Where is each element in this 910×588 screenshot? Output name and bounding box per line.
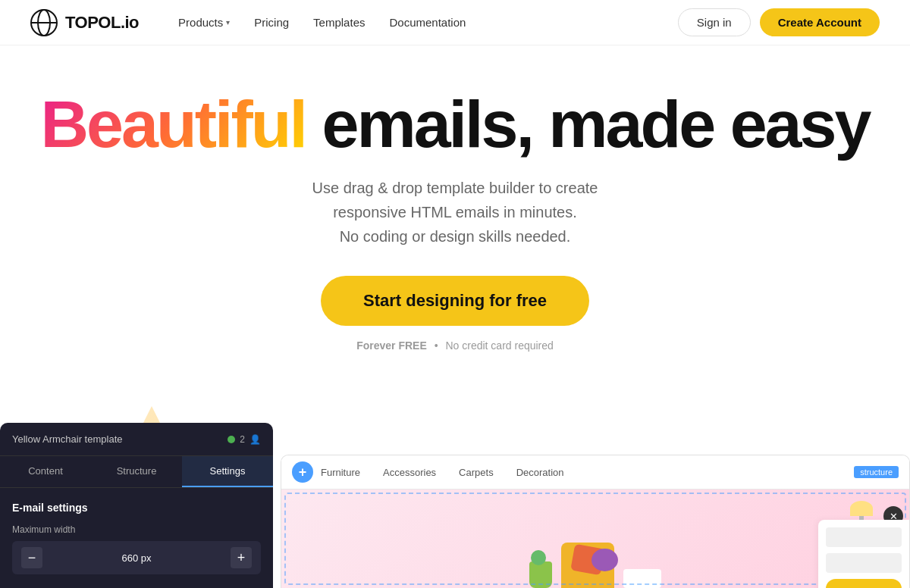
- tab-structure[interactable]: Structure: [91, 456, 182, 487]
- email-preview: + Furniture Accessories Carpets Decorati…: [281, 455, 910, 588]
- hero-section: Beautiful emails, made easy Use drag & d…: [0, 45, 910, 374]
- cta-button[interactable]: Start designing for free: [321, 276, 589, 326]
- signin-button[interactable]: Sign in: [678, 8, 751, 36]
- hero-title-rest: emails, made easy: [306, 86, 869, 161]
- email-nav-furniture[interactable]: Furniture: [321, 467, 360, 478]
- product-image: ✕ ⧉: [281, 489, 909, 588]
- logo-icon: [30, 9, 58, 36]
- navbar-left: TOPOL.io Products ▾ Pricing Templates Do…: [30, 9, 475, 36]
- email-content-area: ✕ ⧉: [281, 489, 909, 588]
- nav-links: Products ▾ Pricing Templates Documentati…: [169, 10, 475, 35]
- editor-body: E-mail settings Maximum width − 660 px +: [0, 488, 273, 588]
- form-submit-button[interactable]: [826, 579, 902, 588]
- hero-subtitle: Use drag & drop template builder to crea…: [265, 176, 645, 249]
- editor-users: 2 👤: [228, 434, 261, 445]
- nav-templates[interactable]: Templates: [304, 10, 374, 35]
- editor-tabs: Content Structure Settings: [0, 456, 273, 488]
- user-online-dot: [228, 436, 235, 443]
- nav-pricing[interactable]: Pricing: [245, 10, 298, 35]
- editor-panel: Yellow Armchair template 2 👤 Content Str…: [0, 423, 273, 588]
- user-count: 2: [240, 434, 245, 445]
- email-toolbar: + Furniture Accessories Carpets Decorati…: [281, 455, 909, 489]
- highlight-outline: [284, 493, 906, 585]
- tab-settings[interactable]: Settings: [182, 456, 273, 487]
- hero-note: Forever FREE • No credit card required: [30, 339, 880, 352]
- form-input-1: [826, 527, 902, 547]
- logo-text: TOPOL.io: [65, 13, 139, 33]
- tab-content[interactable]: Content: [0, 456, 91, 487]
- hero-title-gradient: Beautiful: [41, 86, 306, 161]
- email-nav-links: Furniture Accessories Carpets Decoration: [321, 467, 564, 478]
- add-block-button[interactable]: +: [292, 461, 313, 483]
- navbar: TOPOL.io Products ▾ Pricing Templates Do…: [0, 0, 910, 45]
- width-value: 660 px: [49, 552, 224, 564]
- width-field-row: − 660 px +: [12, 541, 261, 574]
- structure-badge: structure: [854, 466, 899, 478]
- max-width-label: Maximum width: [12, 524, 261, 535]
- email-nav-accessories[interactable]: Accessories: [383, 467, 436, 478]
- logo[interactable]: TOPOL.io: [30, 9, 139, 36]
- decrease-width-button[interactable]: −: [21, 547, 42, 568]
- template-name: Yellow Armchair template: [12, 433, 122, 445]
- editor-section-title: E-mail settings: [12, 502, 261, 514]
- form-input-2: [826, 553, 902, 573]
- nav-documentation[interactable]: Documentation: [380, 10, 475, 35]
- preview-wrapper: Yellow Armchair template 2 👤 Content Str…: [0, 423, 910, 588]
- editor-header: Yellow Armchair template 2 👤: [0, 423, 273, 456]
- email-nav-carpets[interactable]: Carpets: [459, 467, 494, 478]
- right-form: [818, 520, 909, 588]
- hero-title: Beautiful emails, made easy: [30, 91, 880, 158]
- navbar-right: Sign in Create Account: [678, 8, 880, 36]
- user-icon: 👤: [249, 434, 261, 445]
- email-nav-decoration[interactable]: Decoration: [516, 467, 564, 478]
- chevron-down-icon: ▾: [226, 18, 230, 27]
- increase-width-button[interactable]: +: [231, 547, 252, 568]
- create-account-button[interactable]: Create Account: [760, 8, 880, 36]
- nav-products[interactable]: Products ▾: [169, 10, 239, 35]
